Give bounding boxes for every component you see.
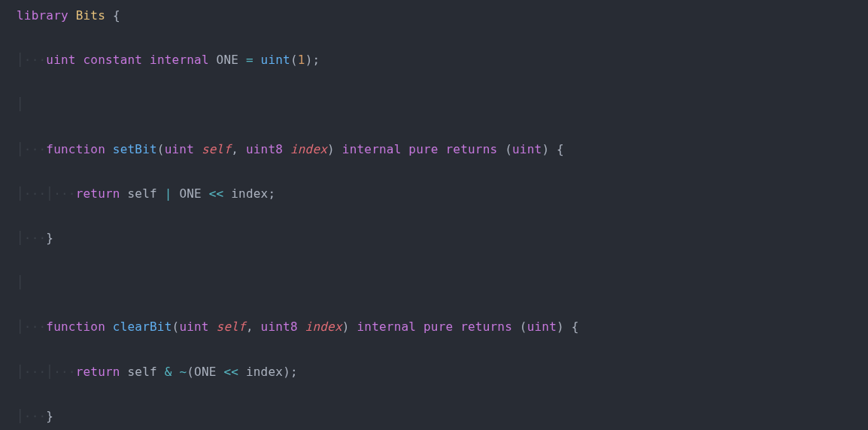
indent-guide: │ [17,365,24,379]
const-name: ONE [217,53,239,67]
code-line: │···function clearBit(uint self, uint8 i… [17,316,851,338]
type-uint: uint [46,53,75,67]
fn-name: setBit [113,142,157,156]
indent-guide: │ [17,142,24,156]
code-line: │···} [17,227,851,250]
code-line: │···function setBit(uint self, uint8 ind… [17,138,851,161]
code-line: │···uint constant internal ONE = uint(1)… [17,49,851,71]
code-line: library Bits { [17,5,851,27]
code-line: │···} [17,405,851,428]
library-name: Bits [76,8,105,23]
indent-guide: │ [17,53,24,67]
code-line: │···│···return self & ~(ONE << index); [17,361,851,383]
indent-guide: │ [17,409,24,423]
indent-guide: │ [17,319,24,334]
indent-guide: │ [17,231,24,245]
code-line: │ [17,93,851,116]
indent-guide: │ [17,275,24,289]
code-line: │ [17,271,851,294]
indent-guide: │ [17,186,24,201]
indent-guide: │ [17,97,24,111]
keyword-library: library [17,8,68,23]
fn-name: clearBit [113,319,172,334]
code-editor[interactable]: library Bits { │···uint constant interna… [0,0,868,430]
code-line: │···│···return self | ONE << index; [17,183,851,205]
